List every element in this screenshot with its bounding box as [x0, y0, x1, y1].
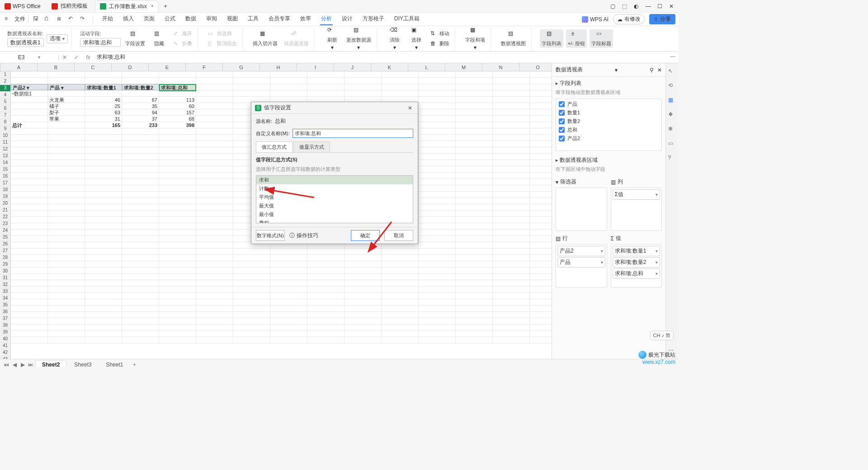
number-format-button[interactable]: 数字格式(N)	[256, 230, 285, 241]
menu-tab[interactable]: 视图	[226, 13, 239, 25]
row-header[interactable]: 24	[0, 227, 11, 234]
col-header[interactable]: D	[112, 63, 149, 71]
hide-button[interactable]: ▥隐藏	[150, 29, 169, 48]
row-header[interactable]: 36	[0, 309, 11, 315]
row-header[interactable]: 32	[0, 282, 11, 288]
chevron-down-icon[interactable]	[615, 67, 618, 73]
maximize-icon[interactable]: ☐	[657, 3, 664, 9]
pivot-name-input[interactable]: 数据透视表1	[7, 38, 44, 47]
menu-tab[interactable]: 会员专享	[268, 13, 291, 25]
save-icon[interactable]: 🖫	[33, 15, 41, 24]
col-header[interactable]: E	[149, 63, 186, 71]
field-item[interactable]: 数量2	[559, 118, 659, 125]
row-header[interactable]: 16	[0, 173, 11, 180]
preview-icon[interactable]: 🗉	[57, 15, 65, 24]
menu-tab[interactable]: 数据	[184, 13, 197, 25]
menu-file[interactable]: 文件	[14, 15, 25, 23]
area-pill[interactable]: 求和项:数量2	[613, 257, 660, 268]
options-button[interactable]: 选项	[47, 34, 68, 43]
formula-input[interactable]: 求和项:总和	[94, 53, 678, 61]
change-source-button[interactable]: ▧更改数据源	[344, 26, 373, 52]
field-item[interactable]: 产品	[559, 101, 659, 108]
redo-icon[interactable]: ↷	[80, 15, 88, 24]
history-icon[interactable]: ⟲	[668, 82, 676, 90]
add-sheet-button[interactable]: +	[131, 362, 138, 367]
row-header[interactable]: 28	[0, 254, 11, 261]
active-field-input[interactable]: 求和项:总和	[80, 38, 121, 47]
row-header[interactable]: 5	[0, 99, 11, 105]
wps-ai-button[interactable]: WPS AI	[582, 16, 609, 23]
row-header[interactable]: 19	[0, 193, 11, 200]
value-drop[interactable]: 求和项:数量1求和项:数量2求和项:总和	[611, 244, 662, 287]
pivot-chart-button[interactable]: ▤数据透视图	[499, 29, 528, 48]
dialog-tab-summarize[interactable]: 值汇总方式	[256, 141, 292, 152]
name-box[interactable]: E3	[0, 54, 59, 61]
row-header[interactable]: 4	[0, 92, 11, 99]
cancel-icon[interactable]: ✕	[59, 54, 71, 61]
menu-tab[interactable]: 页面	[143, 13, 156, 25]
area-pill[interactable]: 产品	[557, 257, 605, 268]
row-header[interactable]: 42	[0, 349, 11, 356]
row-header[interactable]: 29	[0, 261, 11, 268]
select-button[interactable]: ▣选择	[407, 26, 426, 52]
row-header[interactable]: 34	[0, 295, 11, 302]
ok-button[interactable]: 确定	[351, 230, 380, 241]
screen-icon[interactable]: ▭	[668, 140, 676, 148]
pane-minimize-icon[interactable]: —	[670, 53, 675, 60]
summarize-option[interactable]: 求和	[256, 176, 413, 184]
field-checkbox[interactable]	[559, 101, 565, 107]
cancel-button[interactable]: 取消	[384, 230, 413, 241]
col-header[interactable]: N	[482, 63, 519, 71]
tab-workbook[interactable]: 工作簿数量.xlsx •	[95, 0, 158, 12]
refresh-button[interactable]: ⟳刷新	[323, 26, 342, 52]
field-checkbox[interactable]	[559, 110, 565, 116]
tab-template[interactable]: 找稻壳模板	[47, 0, 92, 12]
sheet-prev-icon[interactable]: ◀	[11, 362, 18, 367]
row-header[interactable]: 12	[0, 146, 11, 153]
cube-icon[interactable]: ⬚	[622, 3, 628, 9]
row-header[interactable]: 7	[0, 112, 11, 119]
row-header[interactable]: 8	[0, 119, 11, 126]
sheet-tab[interactable]: Sheet3	[67, 360, 98, 367]
area-pill[interactable]: 产品2	[557, 246, 605, 256]
chevron-down-icon[interactable]	[656, 260, 658, 265]
tips-link[interactable]: ⓘ操作技巧	[289, 232, 318, 240]
avatar-icon[interactable]: ◐	[634, 3, 640, 9]
summarize-option[interactable]: 最大值	[256, 202, 413, 210]
row-header[interactable]: 22	[0, 214, 11, 221]
row-header[interactable]: 3	[0, 85, 11, 92]
col-header[interactable]: K	[371, 63, 408, 71]
summarize-listbox[interactable]: 求和计数平均值最大值最小值乘积	[256, 175, 413, 223]
dialog-header[interactable]: S 值字段设置 ✕	[251, 102, 418, 114]
sheet-tab[interactable]: Sheet1	[99, 360, 130, 367]
row-header[interactable]: 27	[0, 248, 11, 254]
custom-name-input[interactable]	[292, 129, 413, 138]
undo-icon[interactable]: ↶	[68, 15, 76, 24]
tools-icon[interactable]: ✻	[668, 126, 676, 134]
summarize-option[interactable]: 最小值	[256, 210, 413, 219]
menu-tab[interactable]: 设计	[341, 13, 354, 25]
summarize-option[interactable]: 计数	[256, 184, 413, 193]
row-header[interactable]: 21	[0, 207, 11, 214]
row-header[interactable]: 25	[0, 234, 11, 241]
delete-button[interactable]: 🗑删除	[429, 39, 451, 48]
print-icon[interactable]: ⎙	[45, 15, 53, 24]
summarize-option[interactable]: 平均值	[256, 193, 413, 202]
field-item[interactable]: 总和	[559, 127, 659, 133]
style-icon[interactable]: ❖	[668, 111, 676, 119]
close-icon[interactable]: ✕	[657, 67, 662, 73]
field-headers-button[interactable]: ▭字段标题	[590, 29, 613, 48]
col-header[interactable]: B	[38, 63, 75, 71]
field-item[interactable]: 产品2	[559, 135, 659, 142]
row-header[interactable]: 38	[0, 322, 11, 329]
sheet-last-icon[interactable]: ⏭	[27, 362, 34, 367]
sheet-tab[interactable]: Sheet2	[35, 360, 66, 367]
field-item[interactable]: 数量1	[559, 109, 659, 116]
slicer-button[interactable]: ▦插入切片器	[251, 29, 279, 48]
fx-icon[interactable]: fx	[82, 54, 94, 61]
row-header[interactable]: 18	[0, 187, 11, 193]
chevron-down-icon[interactable]	[656, 249, 658, 254]
row-header[interactable]: 1	[0, 71, 11, 78]
sheet-next-icon[interactable]: ▶	[19, 362, 26, 367]
dialog-close-icon[interactable]: ✕	[406, 105, 414, 111]
